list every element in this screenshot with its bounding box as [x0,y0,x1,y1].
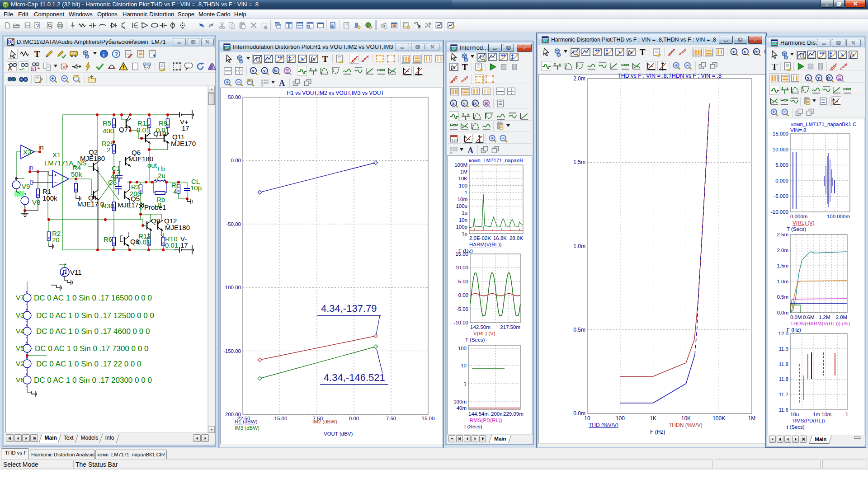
svg-text:142.50m: 142.50m [470,324,491,330]
svg-text:x: x [732,49,735,54]
svg-text:C6: C6 [108,178,117,186]
svg-text:DC 0 AC 1 0 Sin 0 .17 4600 0 0: DC 0 AC 1 0 Sin 0 .17 4600 0 0 0 [36,327,150,336]
svg-text:123: 123 [451,138,458,142]
svg-text:RMS(PD(RL)): RMS(PD(RL)) [793,418,825,423]
svg-text:0.0m: 0.0m [573,410,585,417]
svg-text:MJE170: MJE170 [171,140,196,147]
svg-text:100: 100 [458,346,467,351]
svg-text:100k: 100k [42,194,57,202]
svg-text:10K: 10K [458,176,468,181]
svg-text:THDN(HARM(V(RL))) (%): THDN(HARM(V(RL))) (%) [790,321,850,326]
svg-text:MJE180: MJE180 [80,155,105,162]
svg-text:R6: R6 [104,235,112,243]
svg-text:1: 1 [464,381,467,386]
svg-text:-5.000: -5.000 [774,193,788,199]
svg-text:17: 17 [180,241,188,249]
svg-text:4.34,-146.521: 4.34,-146.521 [324,372,385,383]
svg-text:IM2 (dBW): IM2 (dBW) [312,419,337,424]
svg-text:DC 0 AC 1 0 Sin 0 .17 16500 0: DC 0 AC 1 0 Sin 0 .17 16500 0 0 0 [34,294,152,302]
svg-text:V9: V9 [22,183,30,190]
svg-text:-100.00: -100.00 [223,285,241,290]
svg-text:A: A [467,146,473,155]
svg-text:V5: V5 [16,344,24,352]
svg-text:T: T [640,47,646,57]
svg-text:.2: .2 [105,146,111,154]
svg-text:4: 4 [173,188,177,195]
svg-text:T (Secs): T (Secs) [465,337,485,343]
svg-text:in: in [28,164,33,171]
svg-text:5.00: 5.00 [458,279,468,284]
svg-text:T: T [462,62,468,72]
svg-text:144.54m: 144.54m [468,411,489,417]
svg-text:y: y [263,68,266,73]
svg-text:15.00: 15.00 [455,251,468,257]
svg-text:100u: 100u [456,203,467,209]
svg-text:0.000m: 0.000m [790,214,807,219]
svg-text:0.01: 0.01 [137,126,150,134]
svg-text:100K: 100K [712,415,725,422]
svg-text:A: A [279,79,285,88]
svg-text:2.0m: 2.0m [573,75,585,82]
svg-text:1: 1 [465,190,467,195]
svg-text:HARM(V(RL)): HARM(V(RL)) [469,242,502,247]
svg-text:IM3 (dBW): IM3 (dBW) [235,425,259,431]
svg-text:100p: 100p [456,224,467,230]
svg-text:15.000: 15.000 [773,131,788,136]
svg-text:15.00: 15.00 [422,416,435,421]
svg-text:THD vs F : VIN = .8,THDN vs F: THD vs F : VIN = .8,THDN vs F : VIN = .8 [618,74,722,79]
svg-text:40m: 40m [457,405,467,411]
svg-text:1m: 1m [813,412,820,417]
svg-text:C1: C1 [112,164,120,172]
svg-text:0.00: 0.00 [458,292,468,298]
svg-text:100m: 100m [453,399,467,404]
svg-text:1.0m: 1.0m [573,243,585,249]
svg-text:10: 10 [461,363,467,368]
svg-text:fx: fx [274,68,278,73]
svg-text:1.5m: 1.5m [777,263,788,268]
svg-text:MJE180: MJE180 [165,224,190,231]
svg-text:y: y [744,49,746,54]
svg-text:y: y [817,75,820,80]
svg-text:V7: V7 [16,294,24,301]
svg-text:28.0K: 28.0K [509,235,523,241]
svg-text:fx: fx [473,101,477,106]
svg-text:V3: V3 [16,311,24,319]
svg-text:0.00: 0.00 [349,416,359,421]
svg-text:100: 100 [74,75,78,78]
svg-text:1p: 1p [462,231,467,236]
svg-text:400: 400 [103,127,114,135]
svg-text:RMS(PD(RL)): RMS(PD(RL)) [470,418,502,423]
svg-text:0.5m: 0.5m [573,327,585,333]
svg-text:11.8: 11.8 [778,361,788,367]
svg-text:X3: X3 [23,148,31,156]
svg-text:fx: fx [827,75,831,80]
svg-text:10u: 10u [790,412,799,417]
svg-text:1.2M: 1.2M [819,314,830,320]
svg-text:2.0E-02K: 2.0E-02K [469,235,491,241]
svg-text:-150.00: -150.00 [223,348,241,354]
svg-text:0.6M: 0.6M [803,314,815,320]
svg-text:-10.000: -10.000 [771,209,788,215]
svg-text:x: x [807,75,810,80]
svg-text:10n: 10n [459,217,467,223]
svg-text:комп_LM7171_паралВ: комп_LM7171_паралВ [469,158,523,163]
svg-text:-15.00: -15.00 [273,416,288,421]
svg-text:V2: V2 [16,360,24,367]
svg-text:T: T [322,54,328,64]
svg-text:fx: fx [850,52,854,58]
svg-text:100.000m: 100.000m [827,214,850,219]
svg-text:50.00: 50.00 [228,94,241,100]
svg-text:T: T [772,62,778,71]
svg-text:10.000: 10.000 [773,147,788,152]
svg-text:F (Hz): F (Hz) [787,327,801,333]
svg-text:X1: X1 [52,151,61,159]
svg-text:0.01: 0.01 [165,241,178,249]
svg-text:V6: V6 [16,376,24,384]
svg-text:100: 100 [248,79,251,81]
svg-text:комп_LM7171_паралВК1.С: комп_LM7171_паралВК1.С [791,122,856,127]
svg-text:2.0m: 2.0m [777,248,788,253]
svg-text:?: ? [115,51,118,57]
svg-text:229.09m: 229.09m [503,411,524,417]
svg-text:V(RL) (V): V(RL) (V) [793,220,815,225]
svg-text:10: 10 [584,415,590,422]
